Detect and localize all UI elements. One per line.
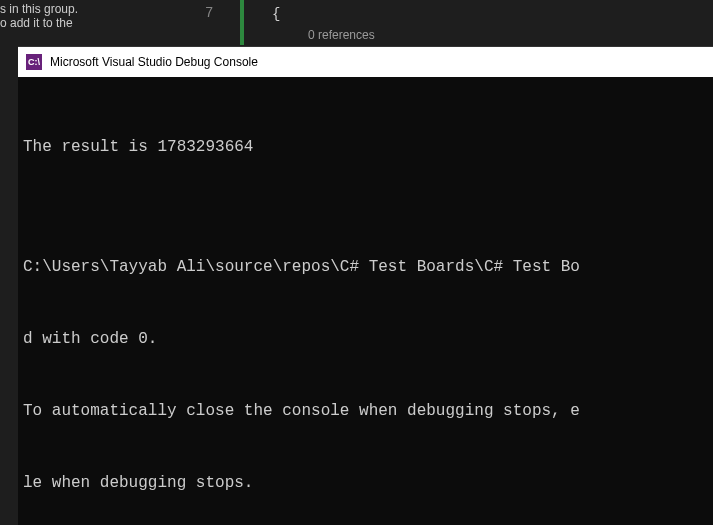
console-line: The result is 1783293664 [23,135,708,159]
console-icon-text: C:\ [28,57,40,67]
window-title: Microsoft Visual Studio Debug Console [50,55,258,69]
console-line: le when debugging stops. [23,471,708,495]
editor-partial-text: s in this group. o add it to the [0,2,78,30]
console-line: To automatically close the console when … [23,399,708,423]
console-output-area[interactable]: The result is 1783293664 C:\Users\Tayyab… [18,77,713,525]
editor-text-line-2: o add it to the [0,16,78,30]
debug-console-window: C:\ Microsoft Visual Studio Debug Consol… [18,46,713,525]
window-title-bar[interactable]: C:\ Microsoft Visual Studio Debug Consol… [18,47,713,77]
codelens-references[interactable]: 0 references [308,28,375,42]
console-line: d with code 0. [23,327,708,351]
code-brace: { [272,6,280,22]
editor-text-line-1: s in this group. [0,2,78,16]
console-icon: C:\ [26,54,42,70]
change-indicator-bar [240,0,244,45]
line-number: 7 [205,5,213,21]
console-line: C:\Users\Tayyab Ali\source\repos\C# Test… [23,255,708,279]
